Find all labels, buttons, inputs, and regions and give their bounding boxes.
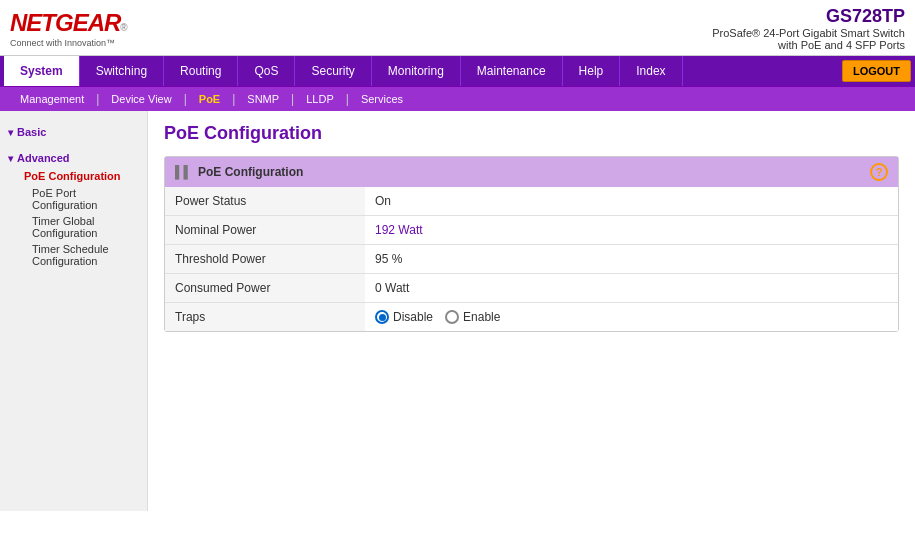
page-title: PoE Configuration: [164, 123, 899, 144]
section-drag-icon: ▌▌: [175, 165, 192, 179]
table-row-threshold-power: Threshold Power 95 %: [165, 245, 898, 274]
header: NETGEAR® Connect with Innovation™ GS728T…: [0, 0, 915, 56]
nav-tab-security[interactable]: Security: [295, 56, 371, 86]
nav-tab-monitoring[interactable]: Monitoring: [372, 56, 461, 86]
sidebar-poe-port-configuration[interactable]: PoE Port Configuration: [8, 185, 139, 213]
sub-nav-management[interactable]: Management: [10, 87, 94, 111]
traps-radio-group: Disable Enable: [375, 310, 888, 324]
nav-tab-index[interactable]: Index: [620, 56, 682, 86]
logo-area: NETGEAR® Connect with Innovation™: [10, 9, 127, 48]
sub-nav-poe[interactable]: PoE: [189, 87, 230, 111]
nav-tab-qos[interactable]: QoS: [238, 56, 295, 86]
sidebar: Basic Advanced PoE Configuration PoE Por…: [0, 111, 148, 511]
product-info: GS728TP ProSafe® 24-Port Gigabit Smart S…: [712, 6, 905, 51]
nav-tab-system[interactable]: System: [4, 56, 80, 86]
product-desc: ProSafe® 24-Port Gigabit Smart Switch wi…: [712, 27, 905, 51]
main-nav: System Switching Routing QoS Security Mo…: [0, 56, 915, 86]
field-value-consumed-power: 0 Watt: [365, 274, 898, 303]
section-title: PoE Configuration: [198, 165, 303, 179]
traps-enable-option[interactable]: Enable: [445, 310, 500, 324]
config-section-header: ▌▌ PoE Configuration ?: [165, 157, 898, 187]
nav-tab-switching[interactable]: Switching: [80, 56, 164, 86]
table-row-consumed-power: Consumed Power 0 Watt: [165, 274, 898, 303]
sidebar-advanced-title[interactable]: Advanced: [8, 149, 139, 167]
field-value-traps: Disable Enable: [365, 303, 898, 332]
traps-disable-option[interactable]: Disable: [375, 310, 433, 324]
sidebar-timer-global-configuration[interactable]: Timer Global Configuration: [8, 213, 139, 241]
config-table: Power Status On Nominal Power 192 Watt T…: [165, 187, 898, 331]
logo-tagline: Connect with Innovation™: [10, 38, 127, 48]
sidebar-section-basic: Basic: [0, 119, 147, 145]
field-label-consumed-power: Consumed Power: [165, 274, 365, 303]
field-label-nominal-power: Nominal Power: [165, 216, 365, 245]
field-label-threshold-power: Threshold Power: [165, 245, 365, 274]
traps-disable-label: Disable: [393, 310, 433, 324]
table-row-traps: Traps Disable Enable: [165, 303, 898, 332]
field-label-traps: Traps: [165, 303, 365, 332]
field-value-power-status: On: [365, 187, 898, 216]
logout-button[interactable]: LOGOUT: [842, 60, 911, 82]
traps-disable-radio[interactable]: [375, 310, 389, 324]
sidebar-timer-schedule-configuration[interactable]: Timer Schedule Configuration: [8, 241, 139, 269]
sub-nav-snmp[interactable]: SNMP: [237, 87, 289, 111]
field-value-nominal-power: 192 Watt: [365, 216, 898, 245]
table-row-power-status: Power Status On: [165, 187, 898, 216]
sub-nav: Management | Device View | PoE | SNMP | …: [0, 86, 915, 111]
sidebar-basic-title[interactable]: Basic: [8, 123, 139, 141]
sub-nav-services[interactable]: Services: [351, 87, 413, 111]
logo: NETGEAR®: [10, 9, 127, 37]
content-wrapper: Basic Advanced PoE Configuration PoE Por…: [0, 111, 915, 511]
sub-nav-lldp[interactable]: LLDP: [296, 87, 344, 111]
sidebar-poe-configuration[interactable]: PoE Configuration: [8, 167, 139, 185]
nav-tab-help[interactable]: Help: [563, 56, 621, 86]
nav-tab-routing[interactable]: Routing: [164, 56, 238, 86]
product-name: GS728TP: [712, 6, 905, 27]
traps-enable-radio[interactable]: [445, 310, 459, 324]
poe-config-section: ▌▌ PoE Configuration ? Power Status On N…: [164, 156, 899, 332]
table-row-nominal-power: Nominal Power 192 Watt: [165, 216, 898, 245]
sub-nav-device-view[interactable]: Device View: [101, 87, 181, 111]
main-content: PoE Configuration ▌▌ PoE Configuration ?…: [148, 111, 915, 511]
field-label-power-status: Power Status: [165, 187, 365, 216]
traps-enable-label: Enable: [463, 310, 500, 324]
sidebar-section-advanced: Advanced PoE Configuration PoE Port Conf…: [0, 145, 147, 273]
field-value-threshold-power: 95 %: [365, 245, 898, 274]
nav-tab-maintenance[interactable]: Maintenance: [461, 56, 563, 86]
help-icon[interactable]: ?: [870, 163, 888, 181]
